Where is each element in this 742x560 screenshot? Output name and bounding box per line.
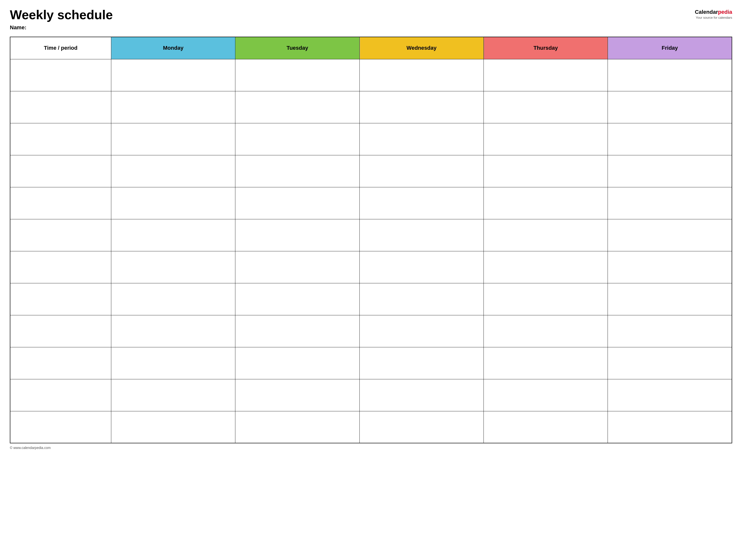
schedule-cell[interactable] [608, 411, 732, 443]
time-cell[interactable] [10, 59, 111, 91]
schedule-cell[interactable] [235, 219, 360, 251]
time-cell[interactable] [10, 91, 111, 123]
schedule-cell[interactable] [608, 91, 732, 123]
schedule-cell[interactable] [111, 219, 235, 251]
name-label: Name: [10, 24, 113, 31]
table-row [10, 59, 732, 91]
logo-tagline: Your source for calendars [695, 16, 732, 19]
page-title: Weekly schedule [10, 8, 113, 22]
time-cell[interactable] [10, 187, 111, 219]
schedule-cell[interactable] [483, 219, 607, 251]
schedule-table: Time / period Monday Tuesday Wednesday T… [10, 37, 732, 443]
schedule-cell[interactable] [360, 379, 483, 411]
schedule-cell[interactable] [111, 59, 235, 91]
schedule-cell[interactable] [608, 347, 732, 379]
table-row [10, 219, 732, 251]
schedule-cell[interactable] [235, 187, 360, 219]
schedule-cell[interactable] [360, 123, 483, 155]
schedule-cell[interactable] [360, 59, 483, 91]
schedule-cell[interactable] [360, 283, 483, 315]
title-section: Weekly schedule Name: [10, 8, 113, 31]
header-monday: Monday [111, 37, 235, 59]
table-row [10, 411, 732, 443]
footer-url: © www.calendarpedia.com [10, 446, 51, 450]
time-cell[interactable] [10, 251, 111, 283]
table-row [10, 91, 732, 123]
schedule-cell[interactable] [360, 155, 483, 187]
schedule-cell[interactable] [111, 155, 235, 187]
schedule-cell[interactable] [608, 123, 732, 155]
schedule-cell[interactable] [360, 347, 483, 379]
schedule-cell[interactable] [483, 347, 607, 379]
schedule-cell[interactable] [608, 187, 732, 219]
schedule-cell[interactable] [608, 283, 732, 315]
schedule-cell[interactable] [111, 91, 235, 123]
time-cell[interactable] [10, 283, 111, 315]
schedule-cell[interactable] [111, 379, 235, 411]
schedule-body [10, 59, 732, 443]
footer: © www.calendarpedia.com [10, 446, 732, 450]
schedule-cell[interactable] [483, 283, 607, 315]
schedule-cell[interactable] [111, 187, 235, 219]
schedule-cell[interactable] [483, 155, 607, 187]
schedule-cell[interactable] [483, 123, 607, 155]
logo-section: Calendarpedia Your source for calendars [695, 9, 732, 19]
schedule-cell[interactable] [111, 123, 235, 155]
schedule-cell[interactable] [360, 411, 483, 443]
table-row [10, 315, 732, 347]
header-time: Time / period [10, 37, 111, 59]
schedule-cell[interactable] [360, 91, 483, 123]
header-wednesday: Wednesday [360, 37, 483, 59]
schedule-cell[interactable] [483, 59, 607, 91]
schedule-cell[interactable] [483, 315, 607, 347]
schedule-cell[interactable] [608, 251, 732, 283]
schedule-cell[interactable] [483, 187, 607, 219]
schedule-cell[interactable] [235, 315, 360, 347]
schedule-cell[interactable] [608, 315, 732, 347]
schedule-cell[interactable] [235, 251, 360, 283]
schedule-cell[interactable] [483, 379, 607, 411]
time-cell[interactable] [10, 379, 111, 411]
schedule-cell[interactable] [111, 347, 235, 379]
schedule-cell[interactable] [483, 251, 607, 283]
table-header-row: Time / period Monday Tuesday Wednesday T… [10, 37, 732, 59]
time-cell[interactable] [10, 347, 111, 379]
header-tuesday: Tuesday [235, 37, 360, 59]
schedule-cell[interactable] [608, 379, 732, 411]
schedule-cell[interactable] [608, 155, 732, 187]
schedule-cell[interactable] [235, 379, 360, 411]
page-header: Weekly schedule Name: Calendarpedia Your… [10, 8, 732, 31]
schedule-cell[interactable] [360, 187, 483, 219]
table-row [10, 123, 732, 155]
time-cell[interactable] [10, 315, 111, 347]
schedule-cell[interactable] [235, 59, 360, 91]
time-cell[interactable] [10, 123, 111, 155]
time-cell[interactable] [10, 155, 111, 187]
schedule-cell[interactable] [111, 283, 235, 315]
schedule-cell[interactable] [360, 315, 483, 347]
schedule-cell[interactable] [111, 315, 235, 347]
schedule-cell[interactable] [111, 251, 235, 283]
time-cell[interactable] [10, 411, 111, 443]
schedule-cell[interactable] [608, 219, 732, 251]
time-cell[interactable] [10, 219, 111, 251]
schedule-cell[interactable] [235, 123, 360, 155]
logo-calendar: Calendar [695, 9, 718, 15]
table-row [10, 347, 732, 379]
schedule-cell[interactable] [235, 283, 360, 315]
header-thursday: Thursday [483, 37, 607, 59]
schedule-cell[interactable] [608, 59, 732, 91]
schedule-cell[interactable] [235, 411, 360, 443]
schedule-cell[interactable] [235, 91, 360, 123]
logo-text: Calendarpedia [695, 9, 732, 15]
schedule-cell[interactable] [360, 251, 483, 283]
table-row [10, 379, 732, 411]
schedule-cell[interactable] [235, 155, 360, 187]
schedule-cell[interactable] [235, 347, 360, 379]
logo-pedia: pedia [718, 9, 732, 15]
schedule-cell[interactable] [483, 91, 607, 123]
schedule-cell[interactable] [360, 219, 483, 251]
schedule-cell[interactable] [483, 411, 607, 443]
header-friday: Friday [608, 37, 732, 59]
schedule-cell[interactable] [111, 411, 235, 443]
